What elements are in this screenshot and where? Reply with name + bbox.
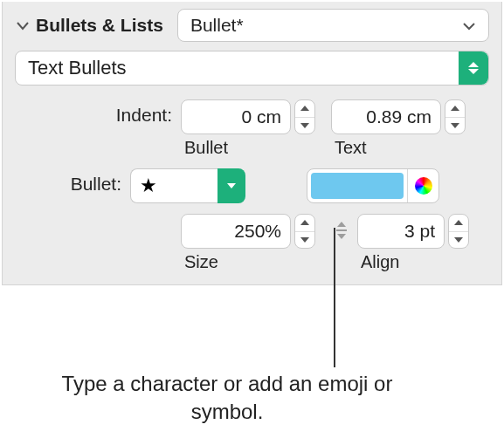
- color-wheel-icon: [415, 177, 432, 195]
- arrow-up-icon: [300, 220, 309, 225]
- dropdown-stepper-icon: [459, 51, 488, 85]
- size-sublabel: Size: [184, 252, 218, 272]
- text-indent-input[interactable]: 0.89 cm: [331, 99, 441, 134]
- arrow-down-icon: [300, 123, 309, 128]
- arrow-down-icon: [454, 237, 463, 243]
- bullet-label: Bullet:: [15, 168, 130, 195]
- bullet-size-stepper[interactable]: [294, 214, 315, 249]
- chevron-down-icon: [227, 183, 236, 188]
- bullet-size-input[interactable]: 250%: [181, 214, 291, 249]
- arrow-down-icon: [451, 123, 459, 128]
- bullets-lists-panel: Bullets & Lists Bullet* Text Bullets Ind…: [2, 2, 502, 285]
- bullet-character-dropdown[interactable]: [217, 168, 245, 203]
- bullet-align-input[interactable]: 3 pt: [357, 214, 445, 249]
- arrow-up-icon: [300, 106, 309, 111]
- bullet-indent-stepper[interactable]: [294, 99, 315, 134]
- bullet-indent-input[interactable]: 0 cm: [181, 99, 291, 134]
- bullet-type-dropdown[interactable]: Text Bullets: [15, 51, 489, 86]
- bullet-color-well[interactable]: [307, 168, 439, 203]
- color-swatch: [311, 173, 404, 199]
- bullet-indent-sublabel: Bullet: [184, 138, 228, 158]
- text-indent-sublabel: Text: [335, 138, 367, 158]
- bullet-character-input[interactable]: ★: [130, 168, 217, 203]
- color-picker-button[interactable]: [407, 169, 438, 202]
- text-indent-stepper[interactable]: [445, 99, 466, 134]
- section-title: Bullets & Lists: [36, 15, 163, 36]
- chevron-down-icon[interactable]: [15, 17, 31, 33]
- bullet-align-stepper[interactable]: [448, 214, 469, 249]
- chevron-down-icon: [462, 15, 476, 36]
- callout-text: Type a character or add an emoji or symb…: [61, 370, 393, 427]
- arrow-down-icon: [300, 237, 309, 243]
- list-style-dropdown[interactable]: Bullet*: [177, 9, 489, 42]
- align-sublabel: Align: [361, 252, 399, 272]
- indent-label: Indent:: [15, 99, 181, 126]
- callout-leader-line: [334, 228, 335, 367]
- list-style-value: Bullet*: [190, 15, 244, 36]
- bullet-type-value: Text Bullets: [28, 57, 127, 79]
- arrow-up-icon: [454, 220, 463, 225]
- arrow-up-icon: [451, 106, 459, 111]
